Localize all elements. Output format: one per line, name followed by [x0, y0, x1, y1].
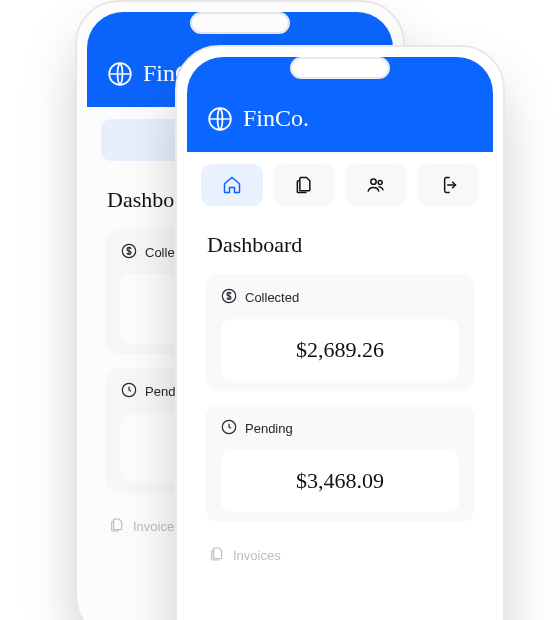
pending-label: Pending — [245, 421, 293, 436]
dollar-icon — [221, 288, 237, 307]
invoices-label: Invoices — [133, 519, 181, 534]
pending-amount: $3,468.09 — [296, 468, 384, 494]
documents-icon — [209, 546, 225, 565]
card-pending: Pending $3,468.09 — [205, 405, 475, 522]
logout-icon — [438, 175, 458, 195]
clock-icon — [221, 419, 237, 438]
phone-mock-front: FinCo. Dashboard C — [175, 45, 505, 620]
phone-notch — [290, 57, 390, 79]
collected-label: Collected — [245, 290, 299, 305]
brand-name: FinCo. — [243, 105, 309, 132]
users-icon — [365, 175, 387, 195]
dollar-icon — [121, 243, 137, 262]
phone-notch — [190, 12, 290, 34]
card-collected: Collected $2,689.26 — [205, 274, 475, 391]
svg-point-5 — [378, 181, 382, 185]
home-icon — [222, 175, 242, 195]
nav-home[interactable] — [201, 164, 263, 206]
collected-amount: $2,689.26 — [296, 337, 384, 363]
nav-documents[interactable] — [273, 164, 335, 206]
svg-point-4 — [371, 179, 376, 184]
globe-icon — [207, 106, 233, 132]
documents-icon — [294, 175, 314, 195]
invoices-label: Invoices — [233, 548, 281, 563]
invoices-heading: Invoices — [205, 536, 475, 569]
clock-icon — [121, 382, 137, 401]
nav-users[interactable] — [345, 164, 407, 206]
nav-logout[interactable] — [417, 164, 479, 206]
documents-icon — [109, 517, 125, 536]
page-title: Dashboard — [207, 232, 473, 258]
globe-icon — [107, 61, 133, 87]
nav-bar — [187, 152, 493, 216]
